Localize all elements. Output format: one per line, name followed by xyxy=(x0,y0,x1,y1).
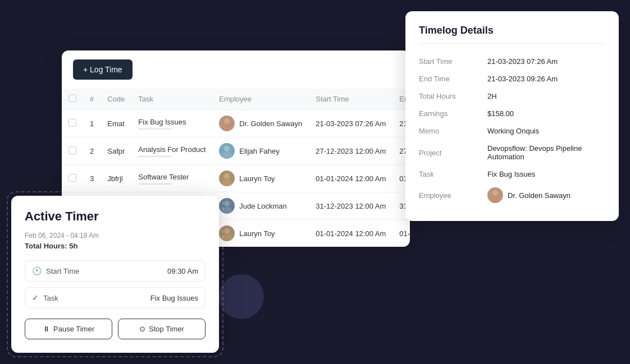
employee-name: Dr. Golden Sawayn xyxy=(239,119,302,128)
detail-employee-cell: Dr. Golden Sawayn xyxy=(487,187,570,203)
row-code: Emat xyxy=(101,110,131,137)
row-start-time: 27-12-2023 12:00 Am xyxy=(309,137,392,165)
row-code: Safpr xyxy=(101,137,131,165)
row-checkbox[interactable] xyxy=(69,146,76,154)
detail-label: Start Time xyxy=(419,57,481,66)
svg-point-6 xyxy=(224,201,230,206)
row-task: Software Tester xyxy=(131,165,212,192)
stop-label: Stop Timer xyxy=(149,325,184,333)
row-employee: Elijah Fahey xyxy=(212,137,309,165)
detail-employee-name: Dr. Golden Sawayn xyxy=(508,191,570,200)
svg-point-10 xyxy=(492,190,498,196)
task-label: Task xyxy=(43,294,58,302)
timer-start-field: 🕐 Start Time 09:30 Am xyxy=(25,260,206,282)
svg-point-1 xyxy=(222,125,232,131)
col-employee: Employee xyxy=(212,89,309,110)
table-row: 2 Safpr Analysis For Product Elijah Fahe… xyxy=(62,137,410,165)
row-checkbox[interactable] xyxy=(69,119,76,127)
detail-value: 2H xyxy=(487,92,497,100)
detail-label: Total Hours xyxy=(419,92,481,100)
row-start-time: 31-12-2023 12:00 Am xyxy=(309,192,392,220)
detail-avatar xyxy=(487,187,503,203)
detail-label: Project xyxy=(419,149,481,157)
detail-value: 21-03-2023 09:26 Am xyxy=(487,75,558,83)
row-task: Analysis For Product xyxy=(131,137,212,165)
detail-row-project: Project Devopsflow: Devops Pipeline Auto… xyxy=(419,140,605,165)
employee-name: Elijah Fahey xyxy=(239,147,280,155)
detail-label: Memo xyxy=(419,127,481,135)
col-code: Code xyxy=(101,89,131,110)
timer-date: Feb 06, 2024 - 04:18 Am xyxy=(25,232,206,239)
table-row: 1 Emat Fix Bug Issues Dr. Golden Sawayn xyxy=(62,110,410,137)
svg-point-0 xyxy=(224,118,230,124)
detail-row-end: End Time 21-03-2023 09:26 Am xyxy=(419,70,605,87)
check-icon: ✓ xyxy=(32,293,39,302)
avatar xyxy=(219,171,235,186)
start-time-value: 09:30 Am xyxy=(167,267,198,275)
row-employee: Jude Lockman xyxy=(212,192,309,220)
svg-point-4 xyxy=(224,173,230,179)
detail-row-memo: Memo Working Onquis xyxy=(419,122,605,140)
active-timer-title: Active Timer xyxy=(25,209,206,224)
table-row: 3 Jbfrjl Software Tester Lauryn Toy xyxy=(62,165,410,192)
row-task: Fix Bug Issues xyxy=(131,110,212,137)
svg-point-2 xyxy=(224,146,230,151)
timelog-header: + Log Time xyxy=(62,50,410,89)
timer-total-label: Total Hours: xyxy=(25,242,67,250)
timer-total: Total Hours: 5h xyxy=(25,242,206,250)
task-value: Fix Bug Issues xyxy=(150,294,198,302)
svg-point-7 xyxy=(222,207,232,214)
stop-timer-button[interactable]: ⊙ Stop Timer xyxy=(118,319,206,339)
detail-label: Earnings xyxy=(419,109,481,118)
detail-value: Working Onquis xyxy=(487,127,539,135)
employee-name: Jude Lockman xyxy=(239,202,287,210)
detail-label: Employee xyxy=(419,191,481,200)
col-task: Task xyxy=(131,89,212,110)
pause-icon: ⏸ xyxy=(43,325,50,333)
col-checkbox xyxy=(62,89,83,110)
details-title: Timelog Details xyxy=(419,25,605,44)
detail-value: Devopsflow: Devops Pipeline Automation xyxy=(487,144,605,161)
row-employee: Dr. Golden Sawayn xyxy=(212,110,309,137)
employee-name: Lauryn Toy xyxy=(239,229,275,238)
bg-decoration-2 xyxy=(219,274,264,319)
avatar xyxy=(219,116,235,131)
clock-icon: 🕐 xyxy=(32,266,42,275)
row-start-time: 21-03-2023 07:26 Am xyxy=(309,110,392,137)
detail-row-earnings: Earnings $158.00 xyxy=(419,105,605,122)
detail-label: Task xyxy=(419,170,481,178)
timer-total-value: 5h xyxy=(69,242,77,250)
row-end-time: 01-01-2024 04:00 Am xyxy=(392,220,410,247)
details-card: Timelog Details Start Time 21-03-2023 07… xyxy=(405,11,619,221)
svg-point-11 xyxy=(490,196,500,203)
row-num: 1 xyxy=(83,110,101,137)
start-time-label: Start Time xyxy=(46,267,79,275)
pause-label: Pause Timer xyxy=(53,325,94,333)
row-employee: Lauryn Toy xyxy=(212,165,309,192)
avatar xyxy=(219,198,235,214)
svg-point-5 xyxy=(222,179,232,186)
row-num: 3 xyxy=(83,165,101,192)
detail-value: $158.00 xyxy=(487,109,514,118)
row-code: Jbfrjl xyxy=(101,165,131,192)
log-time-button[interactable]: + Log Time xyxy=(73,59,133,80)
svg-point-8 xyxy=(224,228,230,234)
employee-name: Lauryn Toy xyxy=(239,174,275,183)
avatar xyxy=(219,143,235,159)
header-checkbox[interactable] xyxy=(69,94,76,102)
stop-icon: ⊙ xyxy=(139,325,145,333)
row-num: 2 xyxy=(83,137,101,165)
timer-task-field: ✓ Task Fix Bug Issues xyxy=(25,287,206,308)
avatar xyxy=(219,225,235,241)
detail-value: Fix Bug Issues xyxy=(487,170,535,178)
svg-point-3 xyxy=(222,152,232,159)
detail-row-start: Start Time 21-03-2023 07:26 Am xyxy=(419,53,605,70)
col-start-time: Start Time xyxy=(309,89,392,110)
row-checkbox[interactable] xyxy=(69,174,76,182)
pause-timer-button[interactable]: ⏸ Pause Timer xyxy=(25,319,112,339)
col-num: # xyxy=(83,89,101,110)
detail-value: 21-03-2023 07:26 Am xyxy=(487,57,558,66)
timer-field-left: ✓ Task xyxy=(32,293,58,302)
svg-point-9 xyxy=(222,234,232,241)
detail-row-task: Task Fix Bug Issues xyxy=(419,165,605,183)
